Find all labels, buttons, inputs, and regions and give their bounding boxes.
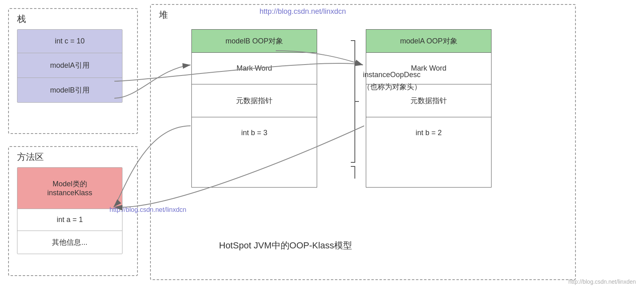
method-area-label: 方法区: [17, 151, 44, 163]
url-top: http://blog.csdn.net/linxdcn: [260, 7, 346, 16]
method-inner: Model类的instanceKlass int a = 1 其他信息...: [17, 167, 122, 254]
modelA-mark-word: Mark Word: [366, 53, 491, 84]
stack-row-modelb-ref: modelB引用: [17, 78, 122, 102]
method-row-int-a: int a = 1: [17, 209, 122, 231]
stack-row-modela-ref: modelA引用: [17, 53, 122, 78]
stack-row-int-c: int c = 10: [17, 30, 122, 53]
modelB-meta-ptr: 元数据指针: [192, 84, 317, 117]
url-watermark: http://blog.csdn.net/linxden: [568, 278, 636, 285]
modelA-int-b: int b = 2: [366, 117, 491, 149]
modelB-int-b: int b = 3: [192, 117, 317, 149]
stack-label: 栈: [17, 13, 26, 25]
modelA-meta-ptr: 元数据指针: [366, 84, 491, 117]
modelA-oop-box: modelA OOP对象 Mark Word 元数据指针 int b = 2: [366, 29, 492, 188]
modelB-mark-word: Mark Word: [192, 53, 317, 84]
stack-inner: int c = 10 modelA引用 modelB引用: [17, 29, 122, 103]
stack-section: 栈 int c = 10 modelA引用 modelB引用: [8, 8, 138, 134]
caption: HotSpot JVM中的OOP-Klass模型: [219, 239, 352, 252]
method-row-other: 其他信息...: [17, 231, 122, 254]
modelB-oop-box: modelB OOP对象 Mark Word 元数据指针 int b = 3: [191, 29, 317, 188]
modelA-header: modelA OOP对象: [366, 30, 491, 53]
model-klass-label: Model类的instanceKlass: [17, 168, 122, 209]
url-bottom: http://blog.csdn.net/linxdcn: [109, 206, 186, 214]
heap-label: 堆: [159, 9, 168, 21]
main-container: 栈 int c = 10 modelA引用 modelB引用 方法区 Model…: [0, 0, 644, 289]
heap-section: 堆 modelB OOP对象 Mark Word 元数据指针 int b = 3…: [150, 4, 576, 280]
modelB-header: modelB OOP对象: [192, 30, 317, 53]
